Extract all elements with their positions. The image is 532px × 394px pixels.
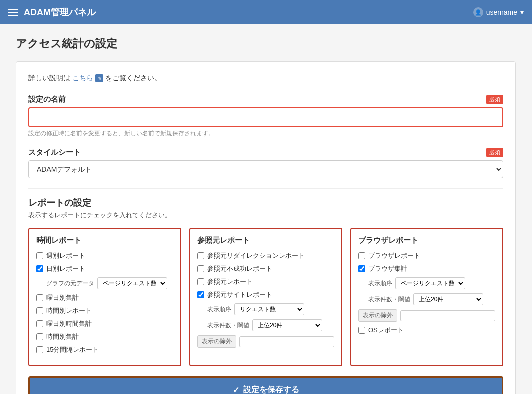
sanshomoto-order-label: 表示順序 bbox=[208, 305, 232, 314]
reports-section-desc: 表示するレポートにチェックを入れてください。 bbox=[28, 211, 504, 220]
browser-exclude-input[interactable] bbox=[400, 310, 496, 321]
stylesheet-required-badge: 必須 bbox=[486, 148, 504, 157]
15min-input[interactable] bbox=[36, 346, 44, 353]
graph-source-select[interactable]: ページリクエスト数 bbox=[98, 277, 168, 289]
sanshomoto-site-checkbox[interactable]: 参照元サイトレポート bbox=[198, 290, 334, 299]
stylesheet-field-header: スタイルシート 必須 bbox=[28, 148, 504, 157]
weekly-report-label: 週別レポート bbox=[46, 251, 86, 260]
sanshomoto-site-label: 参照元サイトレポート bbox=[208, 290, 272, 299]
daily-report-input[interactable] bbox=[36, 265, 44, 272]
name-label: 設定の名前 bbox=[28, 95, 66, 104]
stylesheet-field-group: スタイルシート 必須 ADAMデフォルト bbox=[28, 148, 504, 178]
browser-count-label: 表示件数・閾値 bbox=[368, 295, 410, 304]
main-content: アクセス統計の設定 詳しい説明は こちら ✎ をご覧ください。 設定の名前 必須… bbox=[0, 24, 532, 394]
save-button[interactable]: ✓ 設定を保存する bbox=[28, 376, 504, 394]
stylesheet-label: スタイルシート bbox=[28, 148, 81, 157]
name-input[interactable] bbox=[28, 107, 504, 127]
page-title: アクセス統計の設定 bbox=[16, 36, 516, 51]
info-prefix: 詳しい説明は bbox=[28, 74, 70, 83]
settings-card: 詳しい説明は こちら ✎ をご覧ください。 設定の名前 必須 設定の修正時に名前… bbox=[16, 61, 516, 394]
name-hint: 設定の修正時に名前を変更すると、新しい名前で新規保存されます。 bbox=[28, 129, 504, 138]
browser-count-select[interactable]: 上位20件 bbox=[414, 293, 484, 305]
youbi-jikan-input[interactable] bbox=[36, 320, 44, 327]
graph-source-label: グラフの元データ bbox=[46, 279, 94, 288]
jikan-panel: 時間レポート 週別レポート 日別レポート グラフの元データ ページリクエスト数 bbox=[28, 228, 182, 366]
jikan-shuukei-checkbox[interactable]: 時間別集計 bbox=[36, 332, 174, 341]
15min-checkbox[interactable]: 15分間隔レポート bbox=[36, 345, 174, 354]
sanshomoto-title: 参照元レポート bbox=[198, 236, 334, 245]
username-label: username bbox=[486, 8, 518, 16]
save-button-label: 設定を保存する bbox=[244, 385, 300, 394]
failure-report-input[interactable] bbox=[198, 265, 204, 272]
sanshomoto-order-select[interactable]: リクエスト数 bbox=[234, 303, 304, 315]
external-link-icon: ✎ bbox=[96, 74, 104, 82]
browser-panel: ブラウザレポート ブラウザレポート ブラウザ集計 表示順序 ページリクエスト数 … bbox=[350, 228, 504, 366]
browser-exclude-label: 表示の除外 bbox=[358, 309, 398, 322]
youbi-shuukei-input[interactable] bbox=[36, 294, 44, 301]
jikan-report-label: 時間別レポート bbox=[46, 306, 92, 315]
jikan-shuukei-label: 時間別集計 bbox=[46, 332, 79, 341]
browser-order-select[interactable]: ページリクエスト数 bbox=[396, 277, 466, 289]
jikan-shuukei-input[interactable] bbox=[36, 333, 44, 340]
user-icon: 👤 bbox=[474, 7, 484, 17]
sanshomoto-count-select[interactable]: 上位20件 bbox=[252, 319, 322, 331]
name-field-header: 設定の名前 必須 bbox=[28, 95, 504, 104]
hamburger-icon[interactable] bbox=[8, 9, 18, 16]
sanshomoto-report-label: 参照元レポート bbox=[208, 277, 253, 286]
info-line: 詳しい説明は こちら ✎ をご覧ください。 bbox=[28, 74, 504, 83]
info-suffix: をご覧ください。 bbox=[106, 74, 162, 83]
youbi-shuukei-checkbox[interactable]: 曜日別集計 bbox=[36, 293, 174, 302]
user-menu[interactable]: 👤 username ▾ bbox=[474, 7, 524, 17]
divider bbox=[28, 188, 504, 189]
app-title: ADAM管理パネル bbox=[24, 6, 96, 18]
failure-report-checkbox[interactable]: 参照元不成功レポート bbox=[198, 264, 334, 273]
failure-report-label: 参照元不成功レポート bbox=[208, 264, 272, 273]
browser-report-label: ブラウザレポート bbox=[368, 251, 420, 260]
jikan-report-checkbox[interactable]: 時間別レポート bbox=[36, 306, 174, 315]
browser-shuukei-checkbox[interactable]: ブラウザ集計 bbox=[358, 264, 496, 273]
15min-label: 15分間隔レポート bbox=[46, 345, 99, 354]
browser-shuukei-label: ブラウザ集計 bbox=[368, 264, 408, 273]
sanshomoto-count-field: 表示件数・閾値 上位20件 bbox=[208, 319, 334, 331]
redirect-report-label: 参照元リダイレクションレポート bbox=[208, 251, 305, 260]
youbi-jikan-label: 曜日別時間集計 bbox=[46, 319, 92, 328]
info-link[interactable]: こちら bbox=[72, 74, 94, 83]
browser-shuukei-input[interactable] bbox=[358, 265, 366, 272]
header-left: ADAM管理パネル bbox=[8, 6, 96, 18]
weekly-report-checkbox[interactable]: 週別レポート bbox=[36, 251, 174, 260]
daily-report-checkbox[interactable]: 日別レポート bbox=[36, 264, 174, 273]
redirect-report-checkbox[interactable]: 参照元リダイレクションレポート bbox=[198, 251, 334, 260]
sanshomoto-exclude-input[interactable] bbox=[240, 336, 334, 347]
browser-count-field: 表示件数・閾値 上位20件 bbox=[368, 293, 496, 305]
os-report-input[interactable] bbox=[358, 327, 366, 334]
jikan-report-input[interactable] bbox=[36, 307, 44, 314]
name-field-group: 設定の名前 必須 設定の修正時に名前を変更すると、新しい名前で新規保存されます。 bbox=[28, 95, 504, 138]
browser-exclude-row: 表示の除外 bbox=[358, 309, 496, 322]
sanshomoto-exclude-row: 表示の除外 bbox=[198, 335, 334, 348]
redirect-report-input[interactable] bbox=[198, 252, 204, 259]
youbi-jikan-checkbox[interactable]: 曜日別時間集計 bbox=[36, 319, 174, 328]
reports-section-title: レポートの設定 bbox=[28, 197, 504, 209]
check-icon: ✓ bbox=[233, 385, 240, 394]
browser-order-field: 表示順序 ページリクエスト数 bbox=[368, 277, 496, 289]
browser-title: ブラウザレポート bbox=[358, 236, 496, 245]
sanshomoto-count-label: 表示件数・閾値 bbox=[208, 321, 250, 330]
youbi-shuukei-label: 曜日別集計 bbox=[46, 293, 79, 302]
browser-report-checkbox[interactable]: ブラウザレポート bbox=[358, 251, 496, 260]
sanshomoto-panel: 参照元レポート 参照元リダイレクションレポート 参照元不成功レポート 参照元レポ… bbox=[190, 228, 342, 366]
weekly-report-input[interactable] bbox=[36, 252, 44, 259]
header: ADAM管理パネル 👤 username ▾ bbox=[0, 0, 532, 24]
save-btn-wrap: ✓ 設定を保存する bbox=[28, 376, 504, 394]
sanshomoto-report-checkbox[interactable]: 参照元レポート bbox=[198, 277, 334, 286]
sanshomoto-order-field: 表示順序 リクエスト数 bbox=[208, 303, 334, 315]
os-report-checkbox[interactable]: OSレポート bbox=[358, 326, 496, 335]
jikan-title: 時間レポート bbox=[36, 236, 174, 245]
sanshomoto-report-input[interactable] bbox=[198, 278, 204, 285]
stylesheet-select[interactable]: ADAMデフォルト bbox=[28, 160, 504, 178]
browser-order-label: 表示順序 bbox=[368, 279, 392, 288]
sanshomoto-exclude-label: 表示の除外 bbox=[198, 335, 236, 348]
name-required-badge: 必須 bbox=[486, 95, 504, 104]
report-panels: 時間レポート 週別レポート 日別レポート グラフの元データ ページリクエスト数 bbox=[28, 228, 504, 366]
sanshomoto-site-input[interactable] bbox=[198, 291, 204, 298]
browser-report-input[interactable] bbox=[358, 252, 366, 259]
